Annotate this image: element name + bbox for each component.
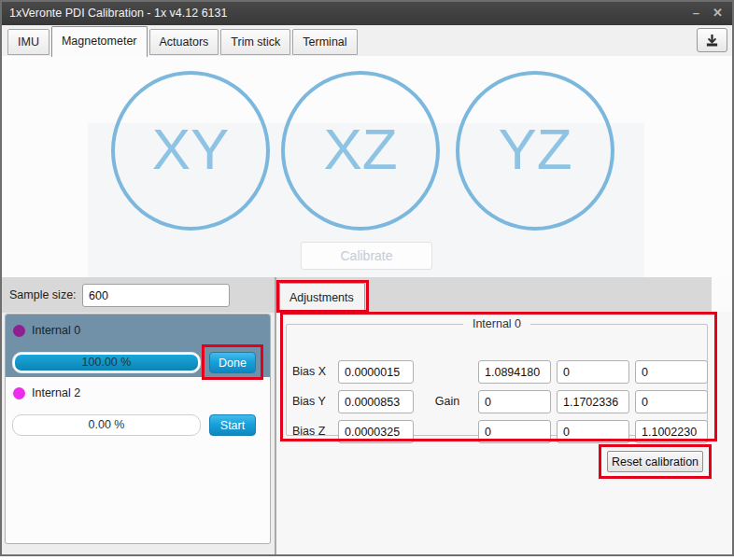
bias-y-input[interactable]	[338, 390, 414, 413]
download-button[interactable]	[697, 28, 727, 52]
tab-imu[interactable]: IMU	[7, 29, 49, 55]
tab-actuators[interactable]: Actuators	[149, 29, 219, 55]
gain-input-0-2[interactable]	[635, 360, 708, 384]
tab-adjustments[interactable]: Adjustments	[279, 283, 365, 313]
gain-input-2-0[interactable]	[478, 420, 551, 443]
tab-trim-stick[interactable]: Trim stick	[220, 29, 290, 55]
group-title: Internal 0	[463, 317, 530, 330]
progress-value: 100.00 %	[13, 353, 200, 372]
gain-label: Gain	[429, 390, 466, 413]
gain-input-2-2[interactable]	[635, 420, 708, 443]
tab-bar: IMU Magnetometer Actuators Trim stick Te…	[0, 25, 734, 56]
progress-bar-internal-2: 0.00 %	[12, 414, 201, 436]
bias-z-input[interactable]	[338, 420, 414, 443]
progress-bar-internal-0: 100.00 %	[12, 352, 201, 373]
sensor-row-internal-2[interactable]: Internal 2 0.00 % Start	[6, 377, 270, 440]
bias-x-input[interactable]	[338, 360, 414, 384]
plane-indicator-yz: YZ	[456, 71, 614, 231]
bias-z-label: Bias Z	[292, 420, 337, 442]
bias-x-label: Bias X	[292, 360, 337, 383]
window-title: 1xVeronte PDI Calibration - 1x v4.12 613…	[9, 7, 227, 20]
done-button[interactable]: Done	[209, 352, 256, 373]
sample-size-label: Sample size:	[9, 288, 77, 301]
app-window: 1xVeronte PDI Calibration - 1x v4.12 613…	[0, 0, 734, 556]
reset-calibration-button[interactable]: Reset calibration	[607, 451, 703, 472]
sensor-name: Internal 0	[32, 324, 80, 337]
sample-size-input[interactable]	[82, 284, 230, 307]
download-icon	[705, 34, 719, 48]
plane-label-xy: XY	[115, 75, 266, 224]
progress-value: 0.00 %	[13, 415, 200, 435]
sensor-color-dot-internal-0	[13, 325, 25, 337]
bias-y-label: Bias Y	[292, 390, 337, 413]
gain-input-1-2[interactable]	[635, 390, 708, 413]
gain-input-2-1[interactable]	[557, 420, 629, 443]
calibrate-button[interactable]: Calibrate	[301, 242, 432, 270]
tab-terminal[interactable]: Terminal	[292, 29, 357, 55]
close-button[interactable]: ✕	[713, 0, 723, 25]
minimize-button[interactable]: –	[693, 0, 699, 25]
sensor-color-dot-internal-2	[13, 387, 25, 399]
plane-indicator-xy: XY	[111, 71, 270, 231]
panel-divider	[275, 277, 276, 554]
gain-input-0-0[interactable]	[478, 360, 551, 384]
sensor-list: Internal 0 100.00 % Done Internal 2 0.00…	[5, 314, 271, 544]
internal-0-group: Internal 0 Bias X Bias Y Bias Z Gain	[286, 317, 708, 436]
gain-input-1-1[interactable]	[557, 390, 629, 413]
gain-input-1-0[interactable]	[478, 390, 551, 413]
gain-input-0-1[interactable]	[557, 360, 629, 384]
plane-label-xz: XZ	[285, 75, 436, 224]
tab-magnetometer[interactable]: Magnetometer	[51, 26, 148, 57]
sensor-row-internal-0[interactable]: Internal 0 100.00 % Done	[6, 315, 270, 377]
plane-label-yz: YZ	[459, 75, 611, 224]
sensor-name: Internal 2	[32, 386, 80, 399]
title-bar: 1xVeronte PDI Calibration - 1x v4.12 613…	[0, 0, 734, 25]
start-button[interactable]: Start	[209, 414, 256, 436]
plane-indicator-xz: XZ	[281, 71, 440, 231]
